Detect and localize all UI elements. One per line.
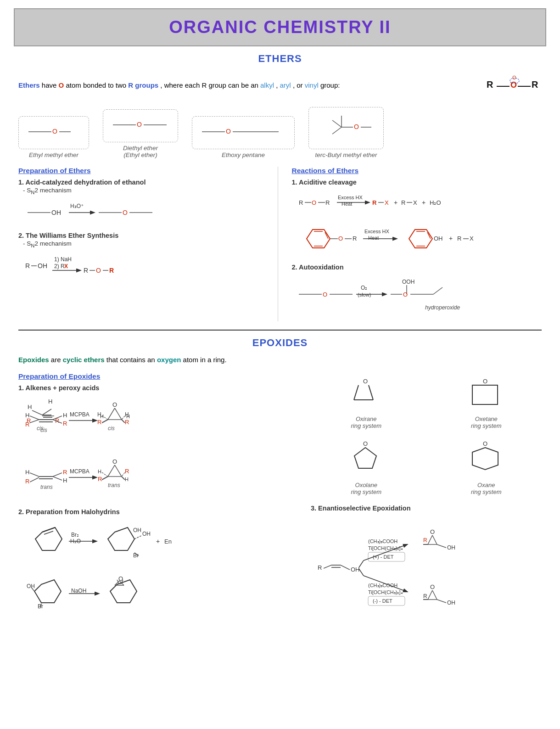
tert-butyl-methyl-ether-structure: O [316, 111, 376, 143]
svg-text:1) NaH: 1) NaH [54, 256, 72, 263]
svg-line-159 [108, 465, 115, 477]
mcpba-trans-svg: H R R H trans MCPBA O [23, 451, 197, 502]
svg-marker-192 [110, 580, 137, 603]
svg-text:O: O [338, 235, 343, 242]
svg-text:hydroperoxide: hydroperoxide [425, 304, 460, 311]
halohydrin-svg-1: Br₂ H₂O OH OH Br + En [23, 518, 197, 564]
oxygen-atom: O [59, 81, 64, 89]
svg-text:X: X [470, 235, 474, 242]
oxetane-item: O Oxetanering system [431, 377, 542, 429]
page-title-box: ORGANIC CHEMISTRY II [14, 8, 546, 46]
svg-text:OH: OH [447, 544, 455, 551]
section-divider [18, 330, 542, 331]
epoxides-word: Epoxides [18, 356, 49, 364]
svg-text:O: O [323, 291, 327, 298]
prep-reactions-layout: Preparation of Ethers 1. Acid-catalyzed … [18, 167, 542, 321]
svg-text:R: R [325, 199, 330, 206]
svg-text:X: X [413, 199, 417, 206]
svg-marker-185 [34, 580, 61, 603]
oxirane-svg: O [346, 377, 387, 414]
svg-text:R: R [63, 469, 67, 476]
svg-text:OH: OH [133, 527, 141, 533]
mcpba-cis-svg: H H R R cis H R [23, 394, 197, 445]
halohydrin-svg-2: OH Br NaOH O [23, 571, 170, 617]
svg-text:Ti[OCH(CH₃)₂]₄: Ti[OCH(CH₃)₂]₄ [368, 589, 403, 595]
svg-line-227 [437, 544, 446, 548]
svg-line-169 [122, 477, 125, 480]
svg-text:R: R [97, 419, 101, 426]
ether-box-1: O [18, 116, 89, 149]
oxirane-item: O Oxiranering system [311, 377, 422, 429]
svg-rect-204 [472, 385, 498, 404]
oxolane-item: O Oxolanering system [311, 438, 422, 495]
svg-text:cis: cis [108, 425, 115, 432]
ether-example-3: O Ethoxy pentane [192, 116, 295, 158]
svg-text:O: O [52, 128, 57, 135]
svg-text:O: O [96, 267, 101, 274]
svg-line-240 [437, 600, 446, 603]
svg-line-139 [122, 416, 125, 420]
cleavage-svg-1: R O R Excess HX Heat R X + [297, 189, 517, 216]
oxirane-label: Oxiranering system [351, 415, 381, 429]
svg-text:(+) - DET: (+) - DET [373, 554, 394, 560]
mcpba-cis-diagram: H H R R cis H R [23, 394, 297, 447]
svg-line-200 [354, 385, 358, 400]
svg-marker-208 [472, 448, 498, 470]
svg-text:O: O [403, 291, 408, 298]
svg-text:O: O [312, 199, 316, 206]
page-title: ORGANIC CHEMISTRY II [15, 17, 545, 37]
svg-text:O: O [512, 75, 516, 80]
svg-line-213 [341, 565, 350, 570]
svg-line-132 [115, 408, 122, 420]
svg-text:O: O [430, 583, 435, 590]
svg-text:R: R [487, 79, 493, 90]
vinyl-text: vinyl [305, 81, 319, 89]
svg-text:R: R [125, 419, 129, 426]
svg-text:R: R [372, 199, 377, 206]
oxolane-label: Oxolanering system [351, 482, 381, 495]
alkyl-text: alkyl [260, 81, 274, 89]
comma2: , or [293, 81, 305, 89]
ethers-word: Ethers [18, 81, 40, 89]
svg-line-148 [30, 477, 39, 482]
svg-text:R: R [353, 235, 357, 242]
mcpba-trans-diagram: H R R H trans MCPBA O [23, 451, 297, 504]
ether-box-4: O [308, 107, 384, 149]
oxane-item: O Oxanering system [431, 438, 542, 495]
ethyl-methyl-ether-structure: O [26, 120, 81, 143]
svg-text:+: + [449, 235, 453, 242]
svg-text:H₂O: H₂O [430, 199, 441, 206]
svg-text:R: R [125, 468, 129, 475]
ether-label-1: Ethyl methyl ether [29, 151, 78, 158]
svg-text:cis: cis [40, 427, 47, 433]
epoxide-prep-3-title: 3. Enantioselective Epoxidation [311, 505, 542, 512]
svg-text:OOH: OOH [402, 279, 414, 285]
svg-text:MCPBA: MCPBA [70, 468, 90, 475]
svg-text:En: En [164, 538, 172, 545]
svg-text:R: R [25, 262, 30, 269]
oxygen-text: oxygen [157, 356, 181, 364]
svg-text:Br₂: Br₂ [71, 532, 79, 538]
autooxidation-svg: O O₂ (slow) OOH O [297, 274, 517, 315]
svg-line-141 [122, 420, 125, 423]
svg-text:O: O [137, 121, 142, 128]
svg-marker-68 [307, 230, 330, 248]
dehydration-diagram: OH H₃O⁺ O [23, 198, 269, 227]
svg-text:O: O [483, 440, 487, 447]
enantioselective-diagram: R OH (CH₃)₃COOH Ti[OCH(CH₃)₂]₄ (+) - DET [315, 515, 542, 636]
svg-text:Heat: Heat [342, 201, 352, 207]
reactions-title: Reactions of Ethers [292, 167, 542, 175]
svg-marker-171 [35, 527, 62, 550]
prep-method-1-note: - SN2 mechanism [23, 187, 269, 195]
svg-line-201 [369, 385, 373, 400]
svg-text:R: R [318, 564, 322, 571]
cleavage-diagram-1: R O R Excess HX Heat R X + [297, 189, 542, 218]
prep-method-2-note: - SN2 mechanism [23, 240, 269, 248]
oxane-svg: O [463, 438, 509, 480]
svg-text:H: H [63, 412, 67, 419]
ror-structure: R O R O [482, 69, 542, 101]
halohydrin-diagram-1: Br₂ H₂O OH OH Br + En [23, 518, 297, 566]
svg-text:trans: trans [108, 482, 120, 488]
svg-text:R: R [25, 421, 29, 428]
svg-text:H: H [25, 412, 29, 419]
